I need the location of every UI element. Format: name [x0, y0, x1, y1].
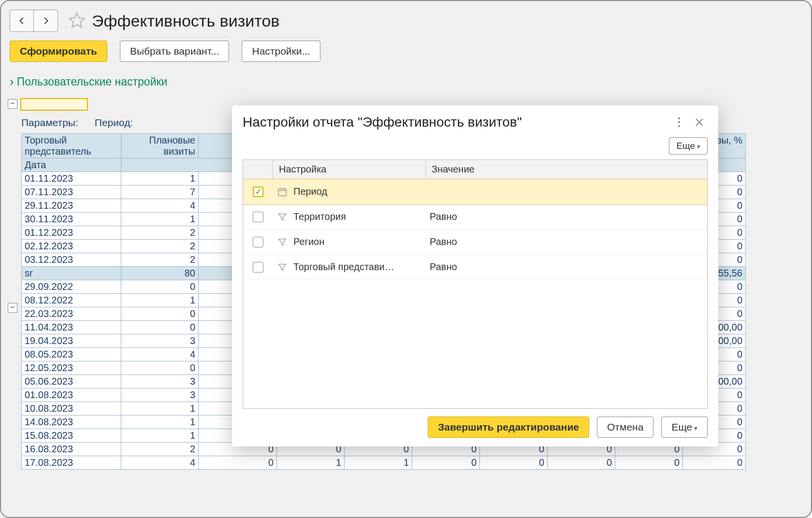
cell: 14.08.2023	[22, 416, 121, 429]
cell: 11.04.2023	[22, 321, 121, 334]
cell: 1	[121, 402, 199, 416]
cell: sr	[22, 267, 121, 280]
dialog-top-toolbar: Еще	[243, 137, 708, 159]
favorite-star-icon[interactable]	[68, 12, 86, 30]
cell: 0	[412, 456, 480, 470]
row-name-cell: Торговый представи…	[273, 261, 426, 273]
tree-collapse-button[interactable]: −	[8, 99, 17, 109]
cell: 0	[121, 361, 199, 375]
row-value-cell[interactable]: Равно	[426, 261, 707, 273]
cell: 0	[683, 456, 746, 470]
cell: 3	[121, 388, 199, 402]
cell: 07.11.2023	[22, 186, 121, 199]
cell: 2	[121, 253, 199, 267]
cell: 4	[121, 199, 199, 213]
row-checkbox[interactable]	[253, 212, 263, 222]
row-checkbox-cell: ✓	[243, 187, 273, 197]
row-checkbox[interactable]	[253, 237, 263, 247]
cell: 3	[121, 375, 199, 388]
cell: 0	[121, 321, 199, 334]
filter-icon	[276, 261, 289, 273]
row-name-cell: Регион	[273, 236, 426, 248]
cell: 01.12.2023	[22, 226, 121, 240]
cell: 03.12.2023	[22, 253, 121, 267]
row-name-cell: Территория	[273, 211, 426, 223]
row-checkbox-cell	[243, 262, 273, 273]
row-name: Регион	[293, 236, 324, 247]
finish-editing-button[interactable]: Завершить редактирование	[428, 417, 589, 438]
settings-grid: Настройка Значение ✓ПериодТерриторияРавн…	[243, 159, 708, 409]
row-value-cell[interactable]: Равно	[426, 236, 707, 247]
cell: 0	[121, 280, 199, 294]
user-settings-expander[interactable]: Пользовательские настройки	[8, 72, 804, 98]
row-checkbox[interactable]	[253, 262, 263, 273]
cell: 02.12.2023	[22, 240, 121, 253]
toolbar: Сформировать Выбрать вариант... Настройк…	[8, 41, 804, 72]
cell: 1	[277, 456, 345, 470]
row-name: Торговый представи…	[293, 261, 394, 273]
row-name: Территория	[293, 211, 346, 222]
cell: 0	[548, 456, 615, 470]
cell: 16.08.2023	[22, 443, 121, 456]
settings-row[interactable]: ТерриторияРавно	[243, 204, 707, 230]
tree-collapse-group-button[interactable]: −	[8, 303, 17, 313]
cell: 0	[480, 456, 548, 470]
cell: 22.03.2023	[22, 307, 121, 321]
settings-row[interactable]: РегионРавно	[243, 230, 707, 255]
cell: 0	[199, 456, 277, 470]
params-label: Параметры:	[21, 117, 92, 129]
row-checkbox[interactable]: ✓	[253, 187, 263, 197]
cell: 30.11.2023	[22, 213, 121, 226]
settings-row[interactable]: Торговый представи…Равно	[243, 255, 707, 280]
cell: 1	[121, 294, 199, 307]
selected-cell[interactable]	[20, 98, 88, 111]
settings-button[interactable]: Настройки...	[242, 41, 320, 62]
generate-button[interactable]: Сформировать	[10, 41, 107, 62]
cell: 15.08.2023	[22, 429, 121, 443]
cell: 80	[121, 267, 199, 280]
row-name: Период	[293, 186, 327, 197]
dialog-more-button[interactable]: Еще	[669, 137, 708, 155]
dialog-menu-button[interactable]	[671, 114, 687, 130]
cell: 4	[121, 456, 199, 470]
row-name-cell: Период	[273, 186, 426, 198]
nav-forward-button[interactable]	[34, 10, 58, 32]
col-plan-visits: Плановыевизиты	[121, 134, 199, 158]
row-checkbox-cell	[243, 212, 273, 222]
close-icon	[695, 118, 704, 127]
app-window: Эффективность визитов Сформировать Выбра…	[0, 0, 812, 518]
grid-col-value: Значение	[426, 160, 707, 179]
dialog-title: Настройки отчета "Эффективность визитов"	[243, 115, 667, 130]
cell: 1	[121, 429, 199, 443]
row-value-cell[interactable]: Равно	[426, 211, 707, 222]
cell: 7	[121, 186, 199, 199]
filter-icon	[276, 236, 289, 248]
cancel-button[interactable]: Отмена	[597, 417, 653, 438]
settings-row[interactable]: ✓Период	[243, 179, 707, 204]
dialog-close-button[interactable]	[691, 114, 708, 130]
cell: 08.05.2023	[22, 348, 121, 361]
settings-dialog: Настройки отчета "Эффективность визитов"…	[232, 105, 718, 446]
svg-rect-3	[278, 188, 287, 196]
dialog-footer-more-button[interactable]: Еще	[661, 417, 708, 438]
kebab-icon	[678, 117, 681, 128]
period-label: Период:	[95, 117, 133, 128]
cell: 05.06.2023	[22, 375, 121, 388]
nav-back-button[interactable]	[10, 10, 34, 32]
choose-variant-button[interactable]: Выбрать вариант...	[120, 41, 230, 62]
dialog-header: Настройки отчета "Эффективность визитов"	[243, 114, 708, 137]
cell: 3	[121, 334, 199, 348]
col-rep: Торговыйпредставитель	[22, 134, 121, 158]
cell: 2	[121, 226, 199, 240]
cell: 01.11.2023	[22, 172, 121, 186]
cell: 1	[345, 456, 412, 470]
cell: 17.08.2023	[22, 456, 121, 470]
grid-col-setting: Настройка	[273, 160, 426, 179]
cell: 29.09.2022	[22, 280, 121, 294]
table-row[interactable]: 17.08.2023401100000	[22, 456, 746, 470]
cell: 10.08.2023	[22, 402, 121, 416]
cell: 1	[121, 213, 199, 226]
arrow-right-icon	[41, 15, 51, 26]
col-date: Дата	[22, 158, 121, 172]
cell: 0	[615, 456, 683, 470]
